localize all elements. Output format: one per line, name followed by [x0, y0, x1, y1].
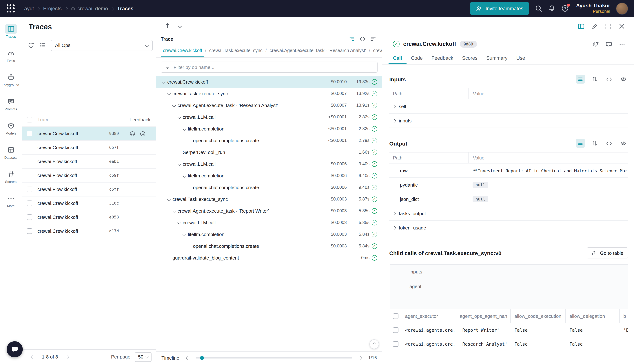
sidebar-item-playground[interactable]: Playground: [1, 69, 21, 90]
column-header[interactable]: allow_delegation: [566, 310, 620, 323]
tab-feedback[interactable]: Feedback: [427, 52, 458, 64]
sidebar-item-scorers[interactable]: Scorers: [1, 166, 21, 187]
path-segment[interactable]: crewai.Crew.kickoff: [161, 44, 204, 57]
select-all-checkbox[interactable]: [27, 117, 32, 122]
column-header[interactable]: agent_ops_agent_nan: [456, 310, 511, 323]
flame-graph-icon[interactable]: [370, 36, 376, 42]
close-icon[interactable]: [618, 23, 625, 30]
hide-values-eye-icon[interactable]: [618, 75, 628, 84]
next-page-icon[interactable]: [63, 352, 72, 361]
list-view-icon[interactable]: [576, 139, 585, 148]
trace-tree-row[interactable]: openai.chat.completions.create $0.0003 5…: [156, 240, 382, 252]
table-row[interactable]: crewai.Crew.kickoff657f: [22, 141, 156, 155]
search-icon[interactable]: [535, 5, 542, 12]
trace-tree-row[interactable]: SerperDevTool._run 1.66s ✓: [156, 146, 382, 158]
chevron-down-icon[interactable]: [171, 210, 177, 212]
prev-page-icon[interactable]: [28, 352, 37, 361]
output-row-raw[interactable]: raw **Investment Report: AI in Chemical …: [389, 164, 628, 178]
comment-icon[interactable]: [606, 41, 612, 47]
row-checkbox[interactable]: [27, 200, 32, 206]
column-header-feedback[interactable]: Feedback: [123, 117, 156, 122]
timeline-next-icon[interactable]: [356, 353, 365, 362]
hide-values-eye-icon[interactable]: [618, 139, 628, 148]
trace-tree-row[interactable]: crewai.LLM.call <$0.0001 2.82s ✓: [156, 111, 382, 123]
table-row[interactable]: crewai.Flow.kickoffeab1: [22, 155, 156, 168]
trace-tree-row[interactable]: crewai.Task.execute_sync $0.0007 13.92s …: [156, 88, 382, 99]
prev-trace-up-icon[interactable]: [164, 22, 171, 28]
tab-summary[interactable]: Summary: [482, 52, 512, 64]
chevron-down-icon[interactable]: [176, 162, 182, 165]
chevron-down-icon[interactable]: [166, 198, 172, 200]
sidebar-item-datasets[interactable]: Datasets: [1, 142, 21, 163]
row-checkbox[interactable]: [27, 228, 32, 234]
trace-tree-row[interactable]: openai.chat.completions.create <$0.0001 …: [156, 134, 382, 146]
ops-filter-select[interactable]: All Ops: [51, 40, 153, 51]
column-header-trace[interactable]: Trace: [36, 117, 123, 122]
code-view-icon[interactable]: [604, 139, 614, 148]
output-row-token-usage[interactable]: token_usage: [389, 221, 628, 235]
chevron-down-icon[interactable]: [161, 80, 167, 83]
wandb-logo-icon[interactable]: [5, 3, 16, 14]
per-page-select[interactable]: 50: [135, 352, 152, 362]
refresh-icon[interactable]: [28, 42, 34, 48]
sidebar-item-models[interactable]: Models: [1, 117, 21, 138]
table-row[interactable]: crewai.Flow.kickoffc59f: [22, 168, 156, 182]
row-checkbox[interactable]: [27, 159, 32, 164]
list-view-icon[interactable]: [576, 75, 585, 84]
go-to-table-button[interactable]: Go to table: [587, 248, 628, 258]
output-row-json-dict[interactable]: json_dict null: [389, 192, 628, 206]
chevron-down-icon[interactable]: [181, 233, 187, 236]
output-row-pydantic[interactable]: pydantic null: [389, 178, 628, 192]
chevron-down-icon[interactable]: [181, 128, 187, 130]
trace-tree-row[interactable]: litellm.completion $0.0006 9.40s ✓: [156, 170, 382, 182]
trace-tree-row[interactable]: crewai.Task.execute_sync $0.0003 5.87s ✓: [156, 193, 382, 205]
column-header[interactable]: allow_code_execution: [511, 310, 566, 323]
row-checkbox[interactable]: [27, 131, 32, 136]
trace-tree-row[interactable]: litellm.completion $0.0003 5.84s ✓: [156, 228, 382, 240]
scroll-to-top-button[interactable]: [370, 340, 379, 349]
tab-scores[interactable]: Scores: [458, 52, 482, 64]
chevron-right-icon[interactable]: [392, 212, 396, 215]
chevron-down-icon[interactable]: [176, 116, 182, 118]
frowny-feedback-icon[interactable]: [140, 131, 146, 136]
invite-teammates-button[interactable]: Invite teammates: [470, 2, 529, 15]
column-settings-icon[interactable]: [39, 42, 46, 48]
avatar[interactable]: [616, 2, 628, 14]
breadcrumb-page[interactable]: Traces: [117, 6, 134, 11]
table-row[interactable]: crewai.Flow.kickoffc5ff: [22, 182, 156, 196]
breadcrumb-entity[interactable]: ayut: [24, 6, 34, 11]
tab-code[interactable]: Code: [407, 52, 427, 64]
chevron-down-icon[interactable]: [176, 221, 182, 224]
next-trace-down-icon[interactable]: [177, 22, 183, 28]
path-segment[interactable]: crewai.Task.execute_sync: [207, 44, 264, 57]
tree-view-icon[interactable]: [349, 36, 355, 42]
timeline-slider-handle[interactable]: [200, 356, 204, 360]
input-row-self[interactable]: self: [389, 99, 628, 114]
code-view-icon[interactable]: [360, 36, 366, 42]
chevron-right-icon[interactable]: [392, 226, 396, 230]
trace-tree-row[interactable]: crewai.Agent.execute_task - 'Research An…: [156, 99, 382, 111]
path-segment[interactable]: crewai.LLM.call: [371, 44, 382, 57]
row-checkbox[interactable]: [27, 173, 32, 178]
trace-tree-row[interactable]: crewai.Agent.execute_task - 'Report Writ…: [156, 205, 382, 217]
chevron-right-icon[interactable]: [392, 104, 396, 108]
chevron-down-icon[interactable]: [181, 174, 187, 177]
row-checkbox[interactable]: [27, 145, 32, 150]
fullscreen-icon[interactable]: [605, 23, 612, 30]
table-row[interactable]: crewai.Crew.kickoff9d89: [22, 127, 156, 141]
notifications-bell-icon[interactable]: [548, 5, 555, 12]
tab-use[interactable]: Use: [512, 52, 529, 64]
call-id-badge[interactable]: 9d89: [460, 40, 477, 48]
output-row-tasks-output[interactable]: tasks_output: [389, 206, 628, 221]
breadcrumb-project[interactable]: crewai_demo: [71, 6, 108, 11]
sidebar-item-evals[interactable]: Evals: [1, 45, 21, 66]
trace-tree-row[interactable]: crewai.LLM.call $0.0003 5.85s ✓: [156, 217, 382, 228]
help-icon[interactable]: ?: [561, 5, 569, 12]
chevron-right-icon[interactable]: [392, 119, 396, 122]
trace-tree-row[interactable]: crewai.Crew.kickoff $0.0010 19.83s ✓: [156, 76, 382, 88]
trace-tree-row[interactable]: openai.chat.completions.create $0.0006 9…: [156, 182, 382, 193]
table-row[interactable]: crewai.Crew.kickoffa17d: [22, 224, 156, 238]
expand-all-icon[interactable]: [590, 139, 599, 148]
column-header[interactable]: agent_executor: [401, 310, 456, 323]
child-table-row[interactable]: <crewai.agents.cre... 'Research Analyst'…: [390, 337, 628, 351]
